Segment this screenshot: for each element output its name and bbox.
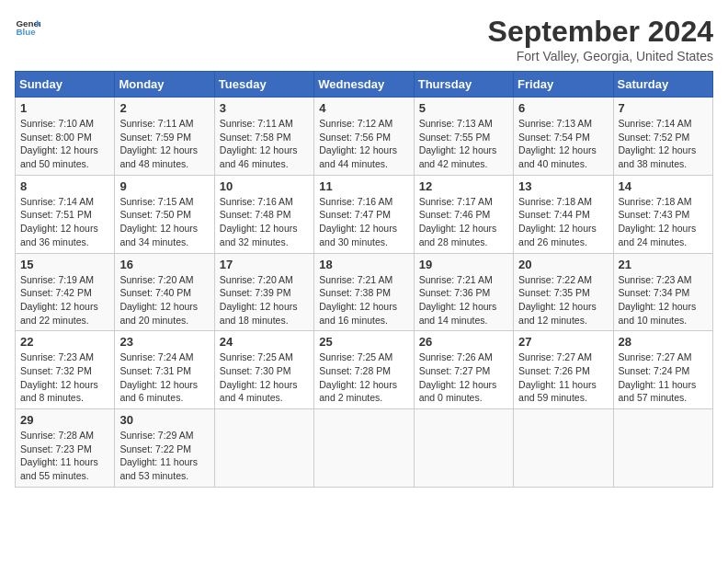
day-number: 14 <box>619 179 708 193</box>
day-number: 9 <box>119 179 209 193</box>
calendar-week-5: 29Sunrise: 7:28 AM Sunset: 7:23 PM Dayli… <box>16 409 713 488</box>
day-number: 30 <box>119 413 209 427</box>
day-number: 28 <box>619 335 708 349</box>
calendar-table: Sunday Monday Tuesday Wednesday Thursday… <box>15 71 713 488</box>
col-wednesday: Wednesday <box>314 72 414 98</box>
day-number: 26 <box>419 335 508 349</box>
table-row: 20Sunrise: 7:22 AM Sunset: 7:35 PM Dayli… <box>514 253 613 331</box>
day-detail: Sunrise: 7:15 AM Sunset: 7:50 PM Dayligh… <box>119 195 209 249</box>
day-detail: Sunrise: 7:24 AM Sunset: 7:31 PM Dayligh… <box>119 350 209 405</box>
table-row <box>214 409 313 488</box>
day-detail: Sunrise: 7:27 AM Sunset: 7:24 PM Dayligh… <box>619 350 708 405</box>
table-row: 4Sunrise: 7:12 AM Sunset: 7:56 PM Daylig… <box>314 98 414 176</box>
day-detail: Sunrise: 7:20 AM Sunset: 7:40 PM Dayligh… <box>119 273 209 327</box>
table-row: 24Sunrise: 7:25 AM Sunset: 7:30 PM Dayli… <box>214 331 313 409</box>
day-number: 11 <box>319 179 408 193</box>
day-detail: Sunrise: 7:13 AM Sunset: 7:55 PM Dayligh… <box>419 117 508 171</box>
day-number: 17 <box>220 258 309 271</box>
calendar-week-3: 15Sunrise: 7:19 AM Sunset: 7:42 PM Dayli… <box>16 253 713 331</box>
day-detail: Sunrise: 7:25 AM Sunset: 7:30 PM Dayligh… <box>220 350 309 405</box>
col-saturday: Saturday <box>613 72 712 98</box>
day-detail: Sunrise: 7:11 AM Sunset: 7:59 PM Dayligh… <box>119 117 209 171</box>
day-number: 13 <box>518 179 608 193</box>
day-detail: Sunrise: 7:27 AM Sunset: 7:26 PM Dayligh… <box>518 350 608 405</box>
day-detail: Sunrise: 7:23 AM Sunset: 7:34 PM Dayligh… <box>619 273 708 327</box>
day-detail: Sunrise: 7:26 AM Sunset: 7:27 PM Dayligh… <box>419 350 508 405</box>
day-number: 23 <box>119 335 209 349</box>
col-friday: Friday <box>514 72 613 98</box>
day-detail: Sunrise: 7:14 AM Sunset: 7:52 PM Dayligh… <box>619 117 708 171</box>
col-tuesday: Tuesday <box>214 72 313 98</box>
table-row: 15Sunrise: 7:19 AM Sunset: 7:42 PM Dayli… <box>16 253 115 331</box>
day-number: 24 <box>220 335 309 349</box>
calendar-week-2: 8Sunrise: 7:14 AM Sunset: 7:51 PM Daylig… <box>16 175 713 253</box>
col-sunday: Sunday <box>16 72 115 98</box>
table-row: 13Sunrise: 7:18 AM Sunset: 7:44 PM Dayli… <box>514 175 613 253</box>
day-number: 5 <box>419 101 508 115</box>
table-row: 3Sunrise: 7:11 AM Sunset: 7:58 PM Daylig… <box>214 98 313 176</box>
day-number: 2 <box>119 101 209 115</box>
day-detail: Sunrise: 7:18 AM Sunset: 7:43 PM Dayligh… <box>619 195 708 249</box>
table-row: 26Sunrise: 7:26 AM Sunset: 7:27 PM Dayli… <box>414 331 513 409</box>
day-detail: Sunrise: 7:25 AM Sunset: 7:28 PM Dayligh… <box>319 350 408 405</box>
table-row: 18Sunrise: 7:21 AM Sunset: 7:38 PM Dayli… <box>314 253 414 331</box>
table-row: 27Sunrise: 7:27 AM Sunset: 7:26 PM Dayli… <box>514 331 613 409</box>
table-row: 21Sunrise: 7:23 AM Sunset: 7:34 PM Dayli… <box>613 253 712 331</box>
table-row: 7Sunrise: 7:14 AM Sunset: 7:52 PM Daylig… <box>613 98 712 176</box>
svg-text:Blue: Blue <box>16 27 36 37</box>
day-number: 3 <box>220 101 309 115</box>
day-number: 1 <box>20 101 109 115</box>
table-row: 2Sunrise: 7:11 AM Sunset: 7:59 PM Daylig… <box>115 98 214 176</box>
calendar-week-1: 1Sunrise: 7:10 AM Sunset: 8:00 PM Daylig… <box>16 98 713 176</box>
day-detail: Sunrise: 7:16 AM Sunset: 7:47 PM Dayligh… <box>319 195 408 249</box>
day-detail: Sunrise: 7:14 AM Sunset: 7:51 PM Dayligh… <box>20 195 109 249</box>
main-title: September 2024 <box>488 15 713 49</box>
day-number: 20 <box>518 258 608 271</box>
table-row: 14Sunrise: 7:18 AM Sunset: 7:43 PM Dayli… <box>613 175 712 253</box>
day-number: 16 <box>119 258 209 271</box>
table-row <box>314 409 414 488</box>
col-monday: Monday <box>115 72 214 98</box>
subtitle: Fort Valley, Georgia, United States <box>488 49 713 63</box>
day-detail: Sunrise: 7:22 AM Sunset: 7:35 PM Dayligh… <box>518 273 608 327</box>
day-detail: Sunrise: 7:21 AM Sunset: 7:38 PM Dayligh… <box>319 273 408 327</box>
day-number: 27 <box>518 335 608 349</box>
day-number: 4 <box>319 101 408 115</box>
table-row: 10Sunrise: 7:16 AM Sunset: 7:48 PM Dayli… <box>214 175 313 253</box>
day-number: 7 <box>619 101 708 115</box>
day-detail: Sunrise: 7:21 AM Sunset: 7:36 PM Dayligh… <box>419 273 508 327</box>
day-number: 12 <box>419 179 508 193</box>
day-detail: Sunrise: 7:17 AM Sunset: 7:46 PM Dayligh… <box>419 195 508 249</box>
col-thursday: Thursday <box>414 72 513 98</box>
table-row: 1Sunrise: 7:10 AM Sunset: 8:00 PM Daylig… <box>16 98 115 176</box>
day-detail: Sunrise: 7:23 AM Sunset: 7:32 PM Dayligh… <box>20 350 109 405</box>
calendar-header-row: Sunday Monday Tuesday Wednesday Thursday… <box>16 72 713 98</box>
day-number: 18 <box>319 258 408 271</box>
table-row: 25Sunrise: 7:25 AM Sunset: 7:28 PM Dayli… <box>314 331 414 409</box>
day-detail: Sunrise: 7:28 AM Sunset: 7:23 PM Dayligh… <box>20 429 109 483</box>
table-row: 30Sunrise: 7:29 AM Sunset: 7:22 PM Dayli… <box>115 409 214 488</box>
day-detail: Sunrise: 7:11 AM Sunset: 7:58 PM Dayligh… <box>220 117 309 171</box>
title-area: September 2024 Fort Valley, Georgia, Uni… <box>488 15 713 63</box>
day-number: 8 <box>20 179 109 193</box>
table-row: 22Sunrise: 7:23 AM Sunset: 7:32 PM Dayli… <box>16 331 115 409</box>
table-row <box>514 409 613 488</box>
day-number: 6 <box>518 101 608 115</box>
day-number: 22 <box>20 335 109 349</box>
logo: General Blue <box>15 15 40 40</box>
day-detail: Sunrise: 7:16 AM Sunset: 7:48 PM Dayligh… <box>220 195 309 249</box>
day-detail: Sunrise: 7:29 AM Sunset: 7:22 PM Dayligh… <box>119 429 209 483</box>
table-row: 5Sunrise: 7:13 AM Sunset: 7:55 PM Daylig… <box>414 98 513 176</box>
calendar-week-4: 22Sunrise: 7:23 AM Sunset: 7:32 PM Dayli… <box>16 331 713 409</box>
table-row <box>613 409 712 488</box>
day-number: 19 <box>419 258 508 271</box>
table-row: 9Sunrise: 7:15 AM Sunset: 7:50 PM Daylig… <box>115 175 214 253</box>
day-detail: Sunrise: 7:12 AM Sunset: 7:56 PM Dayligh… <box>319 117 408 171</box>
table-row <box>414 409 513 488</box>
day-detail: Sunrise: 7:10 AM Sunset: 8:00 PM Dayligh… <box>20 117 109 171</box>
table-row: 23Sunrise: 7:24 AM Sunset: 7:31 PM Dayli… <box>115 331 214 409</box>
table-row: 19Sunrise: 7:21 AM Sunset: 7:36 PM Dayli… <box>414 253 513 331</box>
logo-icon: General Blue <box>15 15 40 40</box>
table-row: 6Sunrise: 7:13 AM Sunset: 7:54 PM Daylig… <box>514 98 613 176</box>
header: General Blue September 2024 Fort Valley,… <box>15 15 713 63</box>
